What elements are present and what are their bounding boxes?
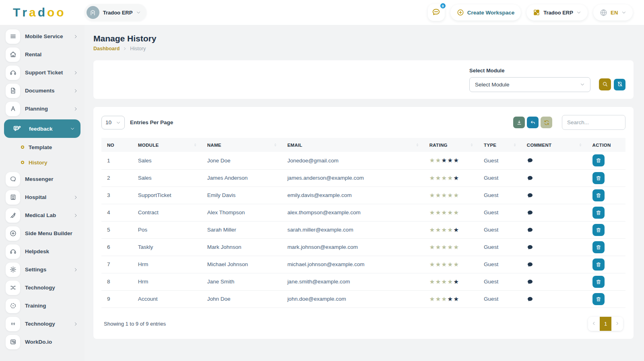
sort-icon[interactable] [415,143,420,147]
sort-icon[interactable] [193,143,198,147]
refresh-button[interactable] [541,117,552,128]
sort-icon[interactable] [470,143,474,147]
cell-comment [521,204,587,221]
cell-action [587,238,625,256]
sidebar-item-rental[interactable]: Rental [0,45,85,64]
comment-icon[interactable] [527,175,583,181]
cell-module: Account [132,290,202,308]
sidebar-subitem-template[interactable]: Template [0,139,85,155]
column-label: TYPE [484,143,496,148]
rating-stars: ★★★★★ [429,192,460,199]
delete-button[interactable] [592,258,605,271]
delete-button[interactable] [592,207,605,219]
sidebar-item-label: Documents [25,88,55,94]
rating-stars: ★★★★★ [429,244,460,250]
sidebar-item-feedback[interactable]: feedback [4,119,80,138]
column-header-action: ACTION [587,138,625,152]
cell-rating: ★★★★★ [424,187,478,204]
delete-button[interactable] [592,172,605,184]
comment-icon[interactable] [527,227,583,233]
sidebar-item-documents[interactable]: Documents [0,82,85,100]
chevron-right-icon [123,47,127,51]
delete-button[interactable] [592,189,605,201]
breadcrumb-current: History [130,46,146,51]
sidebar-item-training[interactable]: Training [0,297,85,315]
sidebar-item-side-menu-builder[interactable]: Side Menu Builder [0,224,85,242]
plus-circle-icon [457,9,464,16]
sidebar-item-planning[interactable]: Planning [0,100,85,118]
sidebar-item-hospital[interactable]: Hospital [0,188,85,206]
chevron-left-icon [592,321,596,327]
sidebar-item-workdo-io[interactable]: WorkDo.io [0,333,85,351]
column-header-name[interactable]: NAME [202,138,282,152]
column-label: RATING [429,143,448,148]
column-header-email[interactable]: EMAIL [282,138,424,152]
sort-icon[interactable] [578,143,583,147]
rating-stars: ★★★★★ [429,174,460,181]
comment-icon[interactable] [527,244,583,250]
download-button[interactable] [513,117,525,128]
cell-comment [521,256,587,273]
undo-button[interactable] [527,117,539,128]
column-header-comment[interactable]: COMMENT [521,138,587,152]
language-selector[interactable]: EN [593,4,633,21]
sidebar-item-label: Support Ticket [25,70,63,76]
sidebar-item-technology[interactable]: Technology [0,279,85,297]
comment-icon[interactable] [527,192,583,199]
cell-type: Guest [478,273,521,290]
cell-type: Guest [478,152,521,169]
comment-icon[interactable] [527,296,583,302]
cell-rating: ★★★★★ [424,238,478,256]
sort-icon[interactable] [513,143,517,147]
delete-button[interactable] [592,154,605,166]
comment-icon[interactable] [527,261,583,268]
cell-comment [521,169,587,187]
comment-icon[interactable] [527,157,583,164]
app-switcher-button[interactable]: Tradoo ERP [526,4,588,21]
table-footer: Showing 1 to 9 of 9 entries 1 [101,317,625,333]
chevron-down-icon [621,10,626,15]
delete-button[interactable] [592,276,605,288]
create-workspace-button[interactable]: Create Workspace [450,4,521,21]
sort-icon[interactable] [273,143,278,147]
sidebar-item-support-ticket[interactable]: Support Ticket [0,64,85,82]
comment-icon[interactable] [527,209,583,216]
cell-email: alex.thompson@example.com [282,204,424,221]
sidebar-item-messenger[interactable]: Messenger [0,170,85,188]
apply-filter-button[interactable] [599,78,611,90]
pagination-page-1[interactable]: 1 [600,317,611,331]
sidebar-item-settings[interactable]: Settings [0,260,85,279]
delete-button[interactable] [592,224,605,236]
comment-icon[interactable] [527,279,583,285]
pagination-next-button[interactable] [611,317,623,331]
rating-stars: ★★★★★ [429,261,460,268]
cell-email: Jonedoe@gmail.com [282,152,424,169]
entries-per-page-select[interactable]: 10 [101,116,125,129]
cell-rating: ★★★★★ [424,221,478,238]
column-header-type[interactable]: TYPE [478,138,521,152]
sidebar-item-medical-lab[interactable]: Medical Lab [0,206,85,224]
chevron-down-icon [136,10,141,15]
messages-button[interactable]: 0 [428,4,445,21]
delete-button[interactable] [592,241,605,253]
sidebar-item-label: Messenger [25,176,54,182]
sidebar-subitem-history[interactable]: History [0,155,85,170]
cell-no: 8 [101,273,132,290]
module-select[interactable]: Select Module [469,77,590,92]
sidebar-item-technology-2[interactable]: Technology [0,315,85,333]
table-search-input[interactable] [562,115,625,130]
workspace-selector[interactable]: Tradoo ERP [85,4,147,21]
breadcrumb-dashboard-link[interactable]: Dashboard [93,46,120,51]
globe-icon [600,9,607,16]
clear-filter-button[interactable] [614,79,625,90]
cell-rating: ★★★★★ [424,152,478,169]
sidebar-subitem-label: History [29,160,47,166]
sidebar-item-helpdesk[interactable]: Helpdesk [0,242,85,260]
chevron-right-icon [73,195,78,200]
pagination-prev-button[interactable] [588,317,600,331]
cell-no: 1 [101,152,132,169]
column-header-rating[interactable]: RATING [424,138,478,152]
sidebar-item-mobile-service[interactable]: Mobile Service [0,27,85,45]
column-header-module[interactable]: MODULE [132,138,202,152]
delete-button[interactable] [592,293,605,305]
